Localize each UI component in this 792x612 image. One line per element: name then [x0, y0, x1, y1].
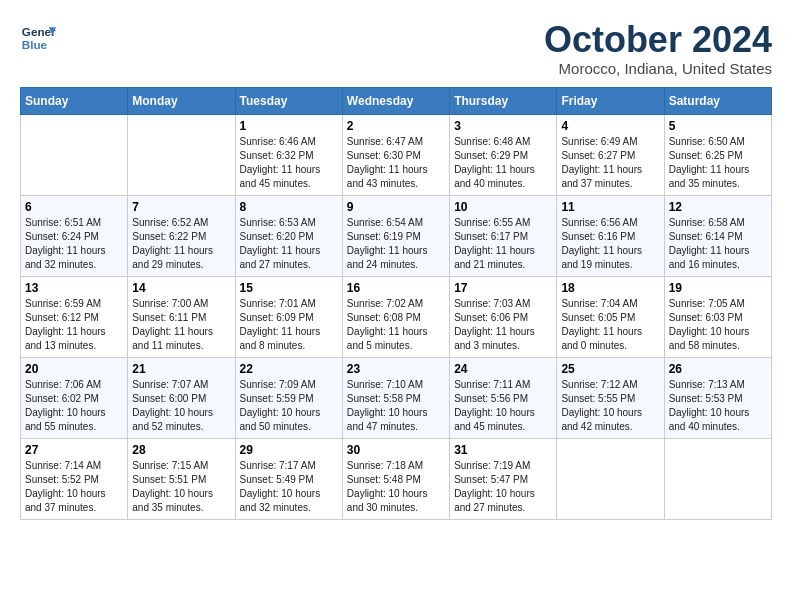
day-number: 27 [25, 443, 123, 457]
calendar-cell: 23Sunrise: 7:10 AMSunset: 5:58 PMDayligh… [342, 357, 449, 438]
day-number: 20 [25, 362, 123, 376]
day-detail: Sunrise: 7:02 AMSunset: 6:08 PMDaylight:… [347, 297, 445, 353]
day-detail: Sunrise: 7:04 AMSunset: 6:05 PMDaylight:… [561, 297, 659, 353]
day-detail: Sunrise: 7:18 AMSunset: 5:48 PMDaylight:… [347, 459, 445, 515]
day-detail: Sunrise: 7:07 AMSunset: 6:00 PMDaylight:… [132, 378, 230, 434]
calendar-body: 1Sunrise: 6:46 AMSunset: 6:32 PMDaylight… [21, 114, 772, 519]
weekday-header-friday: Friday [557, 87, 664, 114]
weekday-header-saturday: Saturday [664, 87, 771, 114]
day-number: 13 [25, 281, 123, 295]
calendar-cell: 4Sunrise: 6:49 AMSunset: 6:27 PMDaylight… [557, 114, 664, 195]
calendar-cell [128, 114, 235, 195]
day-number: 21 [132, 362, 230, 376]
svg-text:General: General [22, 25, 56, 38]
day-number: 28 [132, 443, 230, 457]
calendar-cell [21, 114, 128, 195]
day-detail: Sunrise: 7:05 AMSunset: 6:03 PMDaylight:… [669, 297, 767, 353]
day-detail: Sunrise: 7:19 AMSunset: 5:47 PMDaylight:… [454, 459, 552, 515]
day-detail: Sunrise: 6:58 AMSunset: 6:14 PMDaylight:… [669, 216, 767, 272]
calendar-cell: 28Sunrise: 7:15 AMSunset: 5:51 PMDayligh… [128, 438, 235, 519]
calendar-cell: 17Sunrise: 7:03 AMSunset: 6:06 PMDayligh… [450, 276, 557, 357]
day-number: 26 [669, 362, 767, 376]
day-detail: Sunrise: 6:49 AMSunset: 6:27 PMDaylight:… [561, 135, 659, 191]
calendar-cell: 22Sunrise: 7:09 AMSunset: 5:59 PMDayligh… [235, 357, 342, 438]
svg-text:Blue: Blue [22, 38, 48, 51]
weekday-header-row: SundayMondayTuesdayWednesdayThursdayFrid… [21, 87, 772, 114]
day-number: 15 [240, 281, 338, 295]
calendar-cell: 21Sunrise: 7:07 AMSunset: 6:00 PMDayligh… [128, 357, 235, 438]
calendar-cell: 8Sunrise: 6:53 AMSunset: 6:20 PMDaylight… [235, 195, 342, 276]
page-header: General Blue October 2024 Morocco, India… [20, 20, 772, 77]
calendar-cell: 6Sunrise: 6:51 AMSunset: 6:24 PMDaylight… [21, 195, 128, 276]
day-number: 9 [347, 200, 445, 214]
weekday-header-wednesday: Wednesday [342, 87, 449, 114]
day-detail: Sunrise: 6:53 AMSunset: 6:20 PMDaylight:… [240, 216, 338, 272]
day-detail: Sunrise: 7:15 AMSunset: 5:51 PMDaylight:… [132, 459, 230, 515]
day-number: 12 [669, 200, 767, 214]
calendar-cell: 3Sunrise: 6:48 AMSunset: 6:29 PMDaylight… [450, 114, 557, 195]
day-number: 4 [561, 119, 659, 133]
day-detail: Sunrise: 7:01 AMSunset: 6:09 PMDaylight:… [240, 297, 338, 353]
calendar-cell: 5Sunrise: 6:50 AMSunset: 6:25 PMDaylight… [664, 114, 771, 195]
day-number: 7 [132, 200, 230, 214]
day-detail: Sunrise: 6:55 AMSunset: 6:17 PMDaylight:… [454, 216, 552, 272]
day-detail: Sunrise: 7:00 AMSunset: 6:11 PMDaylight:… [132, 297, 230, 353]
day-number: 24 [454, 362, 552, 376]
day-number: 14 [132, 281, 230, 295]
day-detail: Sunrise: 7:11 AMSunset: 5:56 PMDaylight:… [454, 378, 552, 434]
day-detail: Sunrise: 7:06 AMSunset: 6:02 PMDaylight:… [25, 378, 123, 434]
calendar-cell [664, 438, 771, 519]
day-detail: Sunrise: 6:50 AMSunset: 6:25 PMDaylight:… [669, 135, 767, 191]
day-number: 23 [347, 362, 445, 376]
calendar-cell: 13Sunrise: 6:59 AMSunset: 6:12 PMDayligh… [21, 276, 128, 357]
day-detail: Sunrise: 6:48 AMSunset: 6:29 PMDaylight:… [454, 135, 552, 191]
day-number: 16 [347, 281, 445, 295]
calendar-cell: 9Sunrise: 6:54 AMSunset: 6:19 PMDaylight… [342, 195, 449, 276]
logo-icon: General Blue [20, 20, 56, 56]
calendar-cell: 31Sunrise: 7:19 AMSunset: 5:47 PMDayligh… [450, 438, 557, 519]
day-detail: Sunrise: 6:52 AMSunset: 6:22 PMDaylight:… [132, 216, 230, 272]
day-detail: Sunrise: 6:46 AMSunset: 6:32 PMDaylight:… [240, 135, 338, 191]
calendar-week-3: 13Sunrise: 6:59 AMSunset: 6:12 PMDayligh… [21, 276, 772, 357]
day-detail: Sunrise: 6:47 AMSunset: 6:30 PMDaylight:… [347, 135, 445, 191]
calendar-table: SundayMondayTuesdayWednesdayThursdayFrid… [20, 87, 772, 520]
day-number: 1 [240, 119, 338, 133]
calendar-cell: 18Sunrise: 7:04 AMSunset: 6:05 PMDayligh… [557, 276, 664, 357]
calendar-cell: 14Sunrise: 7:00 AMSunset: 6:11 PMDayligh… [128, 276, 235, 357]
calendar-cell: 2Sunrise: 6:47 AMSunset: 6:30 PMDaylight… [342, 114, 449, 195]
day-number: 29 [240, 443, 338, 457]
calendar-cell: 15Sunrise: 7:01 AMSunset: 6:09 PMDayligh… [235, 276, 342, 357]
day-detail: Sunrise: 7:13 AMSunset: 5:53 PMDaylight:… [669, 378, 767, 434]
calendar-cell: 24Sunrise: 7:11 AMSunset: 5:56 PMDayligh… [450, 357, 557, 438]
calendar-cell: 10Sunrise: 6:55 AMSunset: 6:17 PMDayligh… [450, 195, 557, 276]
calendar-cell: 30Sunrise: 7:18 AMSunset: 5:48 PMDayligh… [342, 438, 449, 519]
weekday-header-sunday: Sunday [21, 87, 128, 114]
logo: General Blue [20, 20, 56, 56]
day-number: 10 [454, 200, 552, 214]
day-detail: Sunrise: 7:10 AMSunset: 5:58 PMDaylight:… [347, 378, 445, 434]
day-number: 5 [669, 119, 767, 133]
day-number: 30 [347, 443, 445, 457]
day-detail: Sunrise: 6:56 AMSunset: 6:16 PMDaylight:… [561, 216, 659, 272]
day-detail: Sunrise: 7:12 AMSunset: 5:55 PMDaylight:… [561, 378, 659, 434]
calendar-cell: 20Sunrise: 7:06 AMSunset: 6:02 PMDayligh… [21, 357, 128, 438]
calendar-cell: 1Sunrise: 6:46 AMSunset: 6:32 PMDaylight… [235, 114, 342, 195]
day-number: 25 [561, 362, 659, 376]
day-number: 8 [240, 200, 338, 214]
calendar-cell: 26Sunrise: 7:13 AMSunset: 5:53 PMDayligh… [664, 357, 771, 438]
calendar-cell: 19Sunrise: 7:05 AMSunset: 6:03 PMDayligh… [664, 276, 771, 357]
day-detail: Sunrise: 7:14 AMSunset: 5:52 PMDaylight:… [25, 459, 123, 515]
day-number: 6 [25, 200, 123, 214]
day-number: 19 [669, 281, 767, 295]
calendar-cell: 11Sunrise: 6:56 AMSunset: 6:16 PMDayligh… [557, 195, 664, 276]
calendar-cell: 25Sunrise: 7:12 AMSunset: 5:55 PMDayligh… [557, 357, 664, 438]
calendar-week-4: 20Sunrise: 7:06 AMSunset: 6:02 PMDayligh… [21, 357, 772, 438]
weekday-header-tuesday: Tuesday [235, 87, 342, 114]
day-detail: Sunrise: 7:03 AMSunset: 6:06 PMDaylight:… [454, 297, 552, 353]
calendar-cell: 29Sunrise: 7:17 AMSunset: 5:49 PMDayligh… [235, 438, 342, 519]
calendar-week-5: 27Sunrise: 7:14 AMSunset: 5:52 PMDayligh… [21, 438, 772, 519]
day-number: 2 [347, 119, 445, 133]
day-number: 31 [454, 443, 552, 457]
calendar-cell: 7Sunrise: 6:52 AMSunset: 6:22 PMDaylight… [128, 195, 235, 276]
day-detail: Sunrise: 6:59 AMSunset: 6:12 PMDaylight:… [25, 297, 123, 353]
